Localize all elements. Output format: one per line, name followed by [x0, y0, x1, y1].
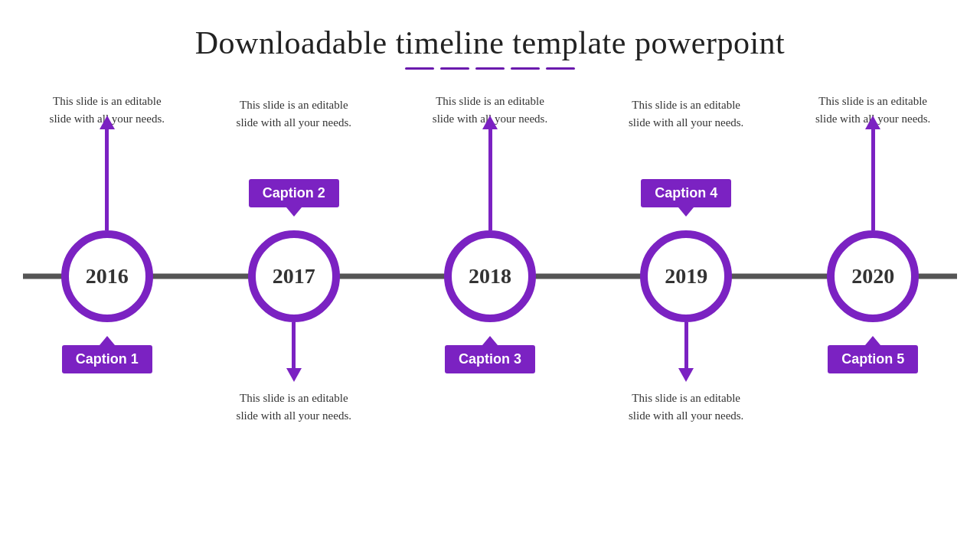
- year-2020: 2020: [851, 264, 894, 289]
- caption-2016: Caption 1: [62, 345, 152, 373]
- caption-2017: Caption 2: [249, 179, 339, 207]
- arrow-up-2016: [100, 116, 115, 230]
- title-area: Downloadable timeline template powerpoin…: [195, 24, 785, 70]
- circle-2016: 2016: [61, 230, 153, 322]
- year-2019: 2019: [665, 264, 707, 289]
- caption-2019: Caption 4: [641, 179, 731, 207]
- caption-2020: Caption 5: [828, 345, 918, 373]
- circle-2019: 2019: [640, 230, 732, 322]
- slide: Downloadable timeline template powerpoin…: [0, 0, 980, 551]
- arrow-up-2018: [482, 116, 498, 230]
- timeline-area: 2016Caption 1This slide is an editable s…: [23, 93, 957, 460]
- circle-2017: 2017: [248, 230, 340, 322]
- desc-top-2019: This slide is an editable slide with all…: [625, 96, 747, 131]
- title-underline: [195, 67, 785, 70]
- circle-2020: 2020: [827, 230, 919, 322]
- desc-2019: This slide is an editable slide with all…: [625, 390, 747, 424]
- circle-2018: 2018: [444, 230, 536, 322]
- main-title: Downloadable timeline template powerpoin…: [195, 24, 785, 61]
- arrow-down-2019: [678, 322, 694, 382]
- year-2017: 2017: [273, 264, 315, 289]
- desc-2017: This slide is an editable slide with all…: [233, 390, 355, 424]
- year-2016: 2016: [86, 264, 129, 289]
- caption-2018: Caption 3: [445, 345, 535, 373]
- year-2018: 2018: [469, 264, 511, 289]
- arrow-up-2020: [865, 116, 880, 230]
- arrow-down-2017: [286, 322, 302, 382]
- desc-top-2017: This slide is an editable slide with all…: [233, 96, 355, 131]
